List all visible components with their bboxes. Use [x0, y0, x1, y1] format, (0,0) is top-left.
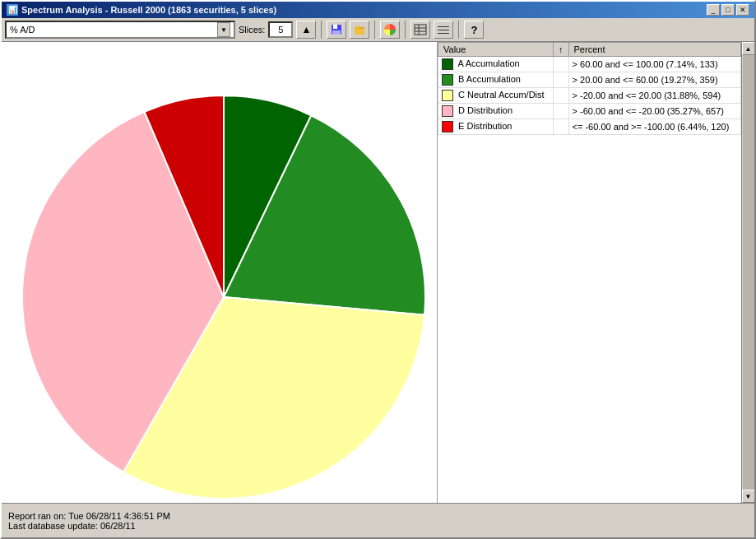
dropdown-value: % A/D [10, 25, 35, 35]
svg-rect-10 [438, 30, 449, 30]
maximize-button[interactable]: □ [721, 4, 735, 16]
legend-label-cell: B Accumulation [438, 72, 554, 88]
report-ran-text: Report ran on: Tue 06/28/11 4:36:51 PM [8, 511, 748, 521]
scroll-up-button[interactable]: ▲ [742, 42, 755, 55]
legend-row: A Accumulation > 60.00 and <= 100.00 (7.… [438, 57, 741, 72]
title-buttons: _ □ ✕ [707, 4, 749, 16]
svg-rect-2 [332, 30, 341, 35]
title-bar-left: 📊 Spectrum Analysis - Russell 2000 (1863… [7, 4, 276, 16]
legend-sort-cell [554, 104, 569, 119]
save-button[interactable] [327, 21, 346, 39]
legend-label-cell: D Distribution [438, 104, 554, 119]
scroll-track[interactable] [743, 55, 754, 490]
bar-chart-button[interactable] [434, 21, 453, 39]
window-title: Spectrum Analysis - Russell 2000 (1863 s… [21, 5, 276, 15]
legend-row: B Accumulation > 20.00 and <= 60.00 (19.… [438, 72, 741, 88]
legend-sort-cell [554, 57, 569, 72]
svg-rect-5 [415, 25, 426, 35]
legend-range: > -20.00 and <= 20.00 (31.88%, 594) [568, 88, 740, 104]
status-bar: Report ran on: Tue 06/28/11 4:36:51 PM L… [2, 503, 754, 537]
svg-rect-9 [438, 26, 449, 27]
legend-sort-cell [554, 72, 569, 88]
pie-chart-button[interactable] [380, 21, 400, 39]
close-button[interactable]: ✕ [736, 4, 749, 16]
slices-input[interactable] [268, 21, 293, 38]
legend-label: A Accumulation [457, 58, 519, 68]
legend-row: E Distribution <= -60.00 and >= -100.00 … [438, 119, 741, 135]
dropdown-arrow[interactable]: ▼ [217, 22, 230, 37]
svg-rect-4 [356, 26, 359, 28]
help-button[interactable]: ? [464, 21, 484, 39]
scrollbar-vertical: ▲ ▼ [741, 42, 754, 503]
toolbar-sep-1 [321, 21, 322, 39]
toolbar-sep-2 [374, 21, 375, 39]
scroll-down-button[interactable]: ▼ [742, 490, 755, 503]
legend-row: D Distribution > -60.00 and <= -20.00 (3… [438, 104, 741, 119]
legend-label: D Distribution [458, 105, 513, 115]
legend-label: E Distribution [458, 121, 512, 131]
legend-range: > 20.00 and <= 60.00 (19.27%, 359) [568, 72, 740, 88]
content-area: Value ↑ Percent A Accumulation > 60.00 a… [2, 42, 754, 503]
minimize-button[interactable]: _ [707, 4, 720, 16]
pie-chart-real [2, 42, 454, 503]
right-panel: Value ↑ Percent A Accumulation > 60.00 a… [437, 42, 741, 503]
legend-range: > 60.00 and <= 100.00 (7.14%, 133) [568, 57, 740, 72]
slices-label: Slices: [239, 25, 265, 35]
legend-sort-cell [554, 119, 569, 135]
col-value-header: Value [438, 43, 554, 57]
legend-label-cell: C Neutral Accum/Dist [438, 88, 554, 104]
legend-row: C Neutral Accum/Dist > -20.00 and <= 20.… [438, 88, 741, 104]
legend-spacer [438, 135, 741, 503]
legend-label: C Neutral Accum/Dist [458, 90, 545, 100]
legend-range: <= -60.00 and >= -100.00 (6.44%, 120) [568, 119, 740, 135]
legend-label: B Accumulation [458, 74, 521, 84]
main-window: 📊 Spectrum Analysis - Russell 2000 (1863… [0, 0, 756, 539]
svg-rect-1 [333, 25, 337, 29]
app-icon: 📊 [7, 4, 18, 16]
toolbar-sep-4 [458, 21, 459, 39]
svg-rect-11 [438, 33, 449, 34]
legend-table: Value ↑ Percent A Accumulation > 60.00 a… [438, 42, 741, 135]
analysis-dropdown[interactable]: % A/D ▼ [5, 21, 235, 39]
col-percent-header: Percent [568, 43, 740, 57]
table-button[interactable] [410, 21, 430, 39]
main-chart [2, 42, 437, 503]
legend-label-cell: E Distribution [438, 119, 554, 135]
db-update-text: Last database update: 06/28/11 [8, 521, 748, 531]
col-sort-header: ↑ [554, 43, 569, 57]
toolbar-sep-3 [405, 21, 406, 39]
slices-up-button[interactable]: ▲ [296, 21, 316, 39]
legend-label-cell: A Accumulation [438, 57, 554, 72]
legend-sort-cell [554, 88, 569, 104]
legend-range: > -60.00 and <= -20.00 (35.27%, 657) [568, 104, 740, 119]
toolbar: % A/D ▼ Slices: ▲ ? [2, 18, 754, 42]
open-button[interactable] [350, 21, 369, 39]
title-bar: 📊 Spectrum Analysis - Russell 2000 (1863… [2, 2, 754, 18]
